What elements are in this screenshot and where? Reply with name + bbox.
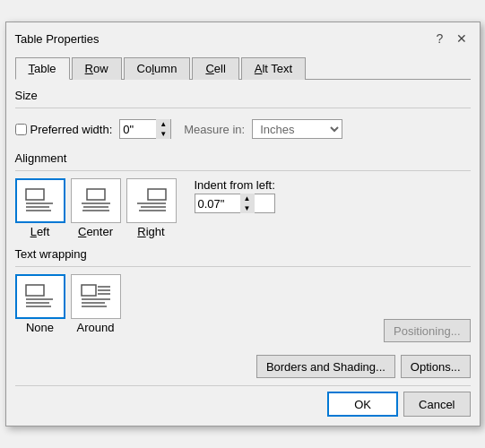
tab-column[interactable]: Column bbox=[124, 57, 191, 80]
align-right-label: Right bbox=[137, 225, 164, 238]
tab-bar: Table Row Column Cell Alt Text bbox=[15, 56, 471, 80]
alignment-label: Alignment bbox=[15, 151, 471, 165]
text-wrap-options: None bbox=[15, 274, 121, 334]
align-center-box[interactable] bbox=[71, 178, 121, 223]
size-section: Size Preferred width: ▲ ▼ Measure in: In… bbox=[15, 89, 471, 142]
title-bar-controls: ? ✕ bbox=[431, 30, 471, 47]
table-properties-dialog: Table Properties ? ✕ Table Row Column Ce… bbox=[5, 22, 481, 426]
wrap-none-icon bbox=[24, 281, 56, 312]
text-wrapping-label: Text wrapping bbox=[15, 247, 471, 261]
size-row: Preferred width: ▲ ▼ Measure in: Inches … bbox=[15, 116, 471, 142]
close-button[interactable]: ✕ bbox=[453, 30, 471, 47]
tab-alt-text[interactable]: Alt Text bbox=[241, 57, 306, 80]
preferred-width-checkbox[interactable] bbox=[15, 124, 27, 135]
align-center-option[interactable]: Center bbox=[71, 178, 121, 238]
wrap-around-label: Around bbox=[77, 321, 115, 334]
align-left-icon bbox=[24, 185, 56, 216]
width-up-button[interactable]: ▲ bbox=[156, 119, 170, 129]
measure-label: Measure in: bbox=[184, 123, 245, 136]
tab-row[interactable]: Row bbox=[72, 57, 122, 80]
alignment-section: Alignment Left bbox=[15, 151, 471, 238]
indent-up-button[interactable]: ▲ bbox=[240, 194, 255, 203]
indent-spinbox[interactable]: ▲ ▼ bbox=[195, 194, 275, 213]
help-button[interactable]: ? bbox=[431, 30, 449, 47]
wrap-none-box[interactable] bbox=[15, 274, 65, 319]
bottom-buttons-row: Borders and Shading... Options... bbox=[15, 355, 471, 378]
align-left-option[interactable]: Left bbox=[15, 178, 65, 238]
width-spinbox[interactable]: ▲ ▼ bbox=[119, 119, 171, 139]
measure-select[interactable]: Inches Centimeters Millimeters Points Pi… bbox=[252, 119, 342, 139]
borders-shading-button[interactable]: Borders and Shading... bbox=[256, 355, 395, 378]
options-button[interactable]: Options... bbox=[401, 355, 471, 378]
dialog-title: Table Properties bbox=[15, 32, 100, 46]
width-down-button[interactable]: ▼ bbox=[156, 129, 170, 139]
width-spinbox-buttons: ▲ ▼ bbox=[156, 119, 170, 139]
alignment-divider bbox=[15, 170, 471, 171]
svg-rect-4 bbox=[87, 189, 105, 200]
align-left-label: Left bbox=[30, 225, 50, 238]
indent-section: Indent from left: ▲ ▼ bbox=[195, 178, 275, 213]
ok-button[interactable]: OK bbox=[327, 392, 398, 417]
tab-cell[interactable]: Cell bbox=[192, 57, 238, 80]
svg-rect-12 bbox=[26, 285, 44, 296]
align-right-option[interactable]: Right bbox=[126, 178, 177, 238]
wrap-none-option[interactable]: None bbox=[15, 274, 65, 334]
wrap-around-icon bbox=[80, 281, 112, 312]
svg-rect-0 bbox=[26, 189, 44, 200]
indent-down-button[interactable]: ▼ bbox=[240, 203, 255, 213]
ok-cancel-row: OK Cancel bbox=[15, 385, 471, 417]
cancel-button[interactable]: Cancel bbox=[403, 392, 470, 417]
positioning-button[interactable]: Positioning... bbox=[384, 319, 470, 342]
indent-label: Indent from left: bbox=[195, 178, 275, 192]
tab-table[interactable]: Table bbox=[15, 57, 70, 80]
wrap-none-label: None bbox=[26, 321, 54, 334]
preferred-width-label[interactable]: Preferred width: bbox=[15, 123, 113, 136]
size-label: Size bbox=[15, 89, 471, 102]
wrap-around-option[interactable]: Around bbox=[71, 274, 121, 334]
align-center-icon bbox=[80, 185, 112, 216]
svg-rect-8 bbox=[148, 189, 166, 200]
align-right-box[interactable] bbox=[126, 178, 177, 223]
align-left-box[interactable] bbox=[15, 178, 65, 223]
alignment-row: Left Center bbox=[15, 178, 471, 238]
width-input[interactable] bbox=[120, 120, 156, 138]
dialog-body: Table Row Column Cell Alt Text Size Pref… bbox=[6, 51, 480, 426]
align-options: Left Center bbox=[15, 178, 177, 238]
preferred-width-text: Preferred width: bbox=[30, 123, 113, 136]
align-center-label: Center bbox=[78, 225, 113, 238]
indent-input[interactable] bbox=[195, 194, 240, 212]
wrap-around-box[interactable] bbox=[71, 274, 121, 319]
size-divider bbox=[15, 108, 471, 108]
text-wrapping-divider bbox=[15, 266, 471, 267]
text-wrapping-section: Text wrapping None bbox=[15, 247, 471, 346]
indent-spinbox-buttons: ▲ ▼ bbox=[240, 194, 255, 213]
svg-rect-16 bbox=[82, 285, 96, 296]
title-bar: Table Properties ? ✕ bbox=[6, 22, 480, 51]
align-right-icon bbox=[135, 185, 168, 216]
